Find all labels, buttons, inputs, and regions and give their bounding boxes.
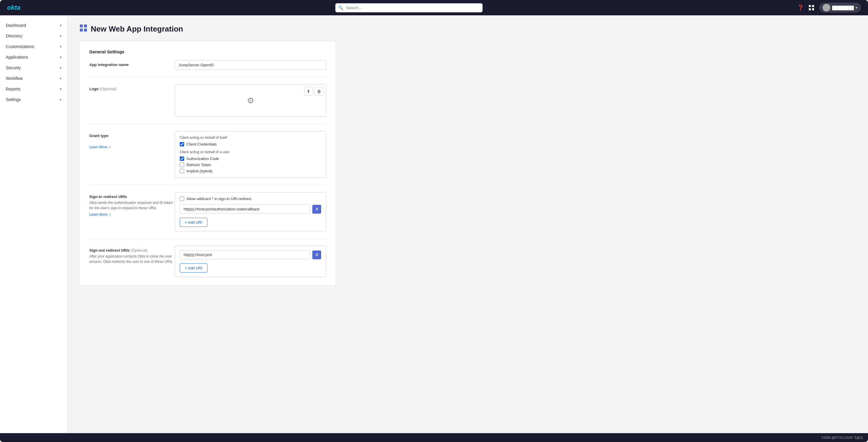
gear-icon: ⚙: [247, 96, 254, 105]
search-input[interactable]: [335, 3, 483, 12]
authorization-code-label[interactable]: Authorization Code: [186, 156, 219, 161]
chevron-right-icon: ▾: [60, 76, 62, 81]
sign-out-uri-input[interactable]: [180, 250, 310, 259]
implicit-label[interactable]: Implicit (hybrid): [186, 169, 212, 173]
authorization-code-row: Authorization Code: [180, 156, 321, 161]
implicit-checkbox[interactable]: [180, 169, 184, 173]
sidebar-item-customizations-label: Customizations: [6, 44, 34, 49]
top-navigation: okta 🔍 ❓ ████████ ▾: [0, 0, 868, 15]
sign-out-redirect-label: Sign-out redirect URIs (Optional): [89, 248, 175, 253]
refresh-token-label[interactable]: Refresh Token: [186, 163, 211, 167]
app-integration-name-row: App integration name: [89, 60, 326, 77]
sign-in-uri-box: Allow wildcard * in sign-in URI redirect…: [175, 192, 326, 231]
topnav-right: ❓ ████████ ▾: [797, 3, 861, 13]
grid-button[interactable]: [808, 5, 814, 10]
help-button[interactable]: ❓: [797, 4, 804, 11]
user-menu[interactable]: ████████ ▾: [819, 3, 861, 13]
sign-out-uri-input-row: ✕: [180, 250, 321, 259]
chevron-right-icon: ▾: [60, 55, 62, 59]
grant-type-label: Grant type: [89, 133, 175, 138]
grant-type-control: Client acting on behalf of itself Client…: [175, 131, 326, 178]
logo-row: Logo (Optional) ⬆ 🗑 ⚙: [89, 84, 326, 124]
remove-sign-in-uri-button[interactable]: ✕: [312, 205, 321, 214]
svg-rect-3: [812, 8, 814, 10]
layout: Dashboard ▾ Directory ▾ Customizations ▾…: [0, 15, 868, 433]
sign-in-uri-input[interactable]: [180, 204, 310, 214]
add-sign-in-uri-button[interactable]: + Add URI: [180, 218, 208, 227]
grant-type-label-col: Grant type Learn More ↗: [89, 131, 175, 149]
sidebar-item-customizations[interactable]: Customizations ▾: [0, 41, 67, 52]
okta-logo: okta: [7, 4, 20, 11]
settings-card: General Settings App integration name Lo…: [80, 41, 336, 286]
app-name-control: [175, 60, 326, 70]
refresh-token-row: Refresh Token: [180, 163, 321, 167]
remove-sign-out-uri-button[interactable]: ✕: [312, 250, 321, 259]
svg-rect-2: [809, 8, 811, 10]
sidebar-item-dashboard[interactable]: Dashboard ▾: [0, 20, 67, 31]
sidebar-item-settings[interactable]: Settings ▾: [0, 94, 67, 105]
chevron-right-icon: ▾: [60, 45, 62, 49]
external-link-icon: ↗: [108, 146, 111, 149]
external-link-icon: ↗: [108, 213, 111, 216]
app-name-label: App integration name: [89, 62, 175, 67]
page-title: New Web App Integration: [91, 25, 183, 34]
logo-label-col: Logo (Optional): [89, 84, 175, 91]
logo-upload-area: ⬆ 🗑 ⚙: [175, 84, 326, 117]
allow-wildcard-label[interactable]: Allow wildcard * in sign-in URI redirect…: [186, 196, 252, 201]
svg-rect-1: [812, 5, 814, 7]
sidebar-item-security[interactable]: Security ▾: [0, 62, 67, 73]
client-user-label: Client acting on behalf of a user: [180, 150, 321, 154]
implicit-row: Implicit (hybrid): [180, 169, 321, 173]
logo-actions: ⬆ 🗑: [304, 87, 323, 96]
sidebar: Dashboard ▾ Directory ▾ Customizations ▾…: [0, 15, 68, 433]
main-content: New Web App Integration General Settings…: [68, 15, 868, 433]
authorization-code-checkbox[interactable]: [180, 156, 184, 161]
allow-wildcard-checkbox[interactable]: [180, 196, 184, 201]
search-icon: 🔍: [338, 5, 343, 10]
user-name: ████████: [832, 6, 854, 10]
sidebar-item-applications[interactable]: Applications ▾: [0, 52, 67, 62]
sidebar-item-reports[interactable]: Reports ▾: [0, 84, 67, 94]
sign-in-redirect-row: Sign-in redirect URIs Okta sends the aut…: [89, 192, 326, 239]
avatar: [823, 4, 830, 11]
sign-out-redirect-control: ✕ + Add URI: [175, 246, 326, 277]
sign-out-uri-box: ✕ + Add URI: [175, 246, 326, 277]
svg-rect-0: [809, 5, 811, 7]
logo-label: Logo (Optional): [89, 87, 175, 91]
client-credentials-row: Client Credentials: [180, 142, 321, 147]
sidebar-item-applications-label: Applications: [6, 55, 28, 60]
help-icon: ❓: [797, 4, 804, 11]
section-title: General Settings: [89, 49, 326, 54]
grant-type-box: Client acting on behalf of itself Client…: [175, 131, 326, 178]
page-footer: CSDN @FIT2CLOUD 飞致云: [0, 433, 868, 442]
page-header-icon: [80, 24, 87, 34]
sidebar-item-workflow[interactable]: Workflow ▾: [0, 73, 67, 84]
chevron-down-icon: ▾: [856, 6, 858, 10]
sign-in-redirect-learn-more[interactable]: Learn More ↗: [89, 213, 111, 217]
sidebar-item-directory[interactable]: Directory ▾: [0, 31, 67, 41]
client-on-behalf-label: Client acting on behalf of itself: [180, 135, 321, 140]
app-name-label-col: App integration name: [89, 60, 175, 67]
add-sign-out-uri-button[interactable]: + Add URI: [180, 263, 208, 273]
logo-upload-button[interactable]: ⬆: [304, 87, 313, 96]
sidebar-item-security-label: Security: [6, 65, 21, 70]
client-credentials-checkbox[interactable]: [180, 142, 184, 147]
app-name-input[interactable]: [175, 60, 326, 70]
footer-text: CSDN @FIT2CLOUD 飞致云: [821, 436, 863, 440]
sign-out-redirect-label-col: Sign-out redirect URIs (Optional) After …: [89, 246, 175, 264]
refresh-token-checkbox[interactable]: [180, 163, 184, 167]
sidebar-item-dashboard-label: Dashboard: [6, 23, 26, 28]
sign-out-redirect-desc: After your application contacts Okta to …: [89, 254, 175, 264]
allow-wildcard-row: Allow wildcard * in sign-in URI redirect…: [180, 196, 321, 201]
page-header: New Web App Integration: [80, 24, 856, 34]
svg-rect-6: [80, 29, 83, 32]
client-credentials-label[interactable]: Client Credentials: [186, 142, 217, 147]
grant-type-learn-more[interactable]: Learn More ↗: [89, 145, 111, 149]
sign-in-redirect-desc: Okta sends the authentication response a…: [89, 200, 175, 211]
chevron-right-icon: ▾: [60, 66, 62, 70]
logo-delete-button[interactable]: 🗑: [315, 87, 323, 96]
grant-type-row: Grant type Learn More ↗ Client acting on…: [89, 131, 326, 185]
svg-rect-7: [84, 29, 87, 32]
sign-out-redirect-row: Sign-out redirect URIs (Optional) After …: [89, 246, 326, 277]
chevron-right-icon: ▾: [60, 87, 62, 91]
